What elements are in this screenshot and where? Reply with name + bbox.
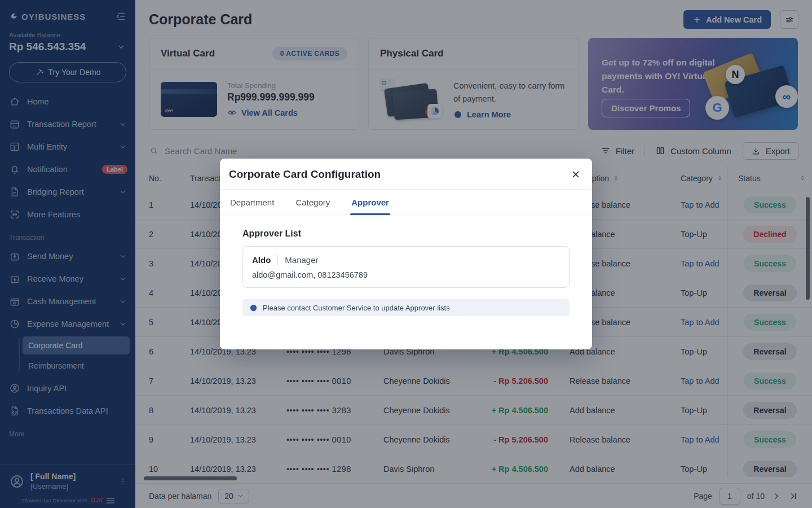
- approver-note-text: Please contact Customer Service to updat…: [263, 304, 450, 312]
- tab-department[interactable]: Department: [229, 190, 275, 214]
- approver-contact: aldo@gmail.com, 08123456789: [252, 270, 560, 279]
- approver-name: Aldo: [252, 255, 271, 265]
- approver-role: Manager: [285, 255, 318, 265]
- modal-title: Corporate Card Configuration: [229, 168, 381, 181]
- approver-card: Aldo Manager aldo@gmail.com, 08123456789: [242, 246, 570, 288]
- info-icon: [249, 304, 258, 312]
- tab-category[interactable]: Category: [294, 190, 331, 214]
- close-icon[interactable]: [571, 169, 581, 179]
- approver-list-title: Approver List: [242, 229, 570, 239]
- approver-separator: [277, 255, 278, 265]
- tab-approver[interactable]: Approver: [350, 190, 390, 214]
- corporate-card-configuration-modal: Corporate Card Configuration DepartmentC…: [220, 159, 592, 349]
- approver-note: Please contact Customer Service to updat…: [242, 299, 570, 316]
- modal-tabs: DepartmentCategoryApprover: [220, 190, 592, 215]
